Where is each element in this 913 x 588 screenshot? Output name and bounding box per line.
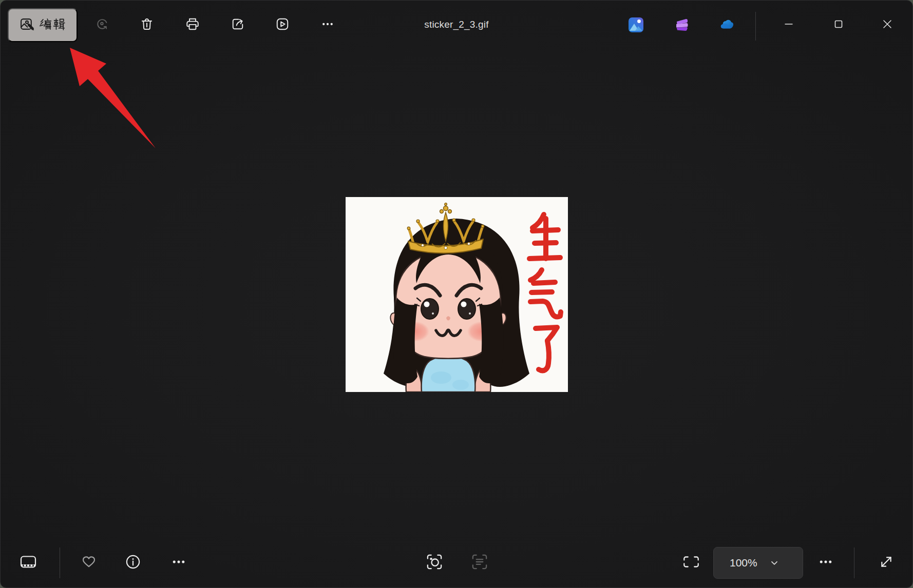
- fullscreen-icon: [879, 554, 894, 572]
- more-zoom-options-button[interactable]: [815, 553, 836, 573]
- title-bar: 编辑: [1, 1, 912, 47]
- visual-search-icon: [426, 554, 443, 572]
- more-tools-button[interactable]: [168, 553, 189, 573]
- titlebar-divider: [755, 12, 756, 41]
- more-options-icon: [171, 554, 186, 572]
- more-options-icon: [818, 554, 833, 572]
- photos-app-window: 编辑: [0, 0, 913, 588]
- file-title: sticker_2_3.gif: [1, 19, 912, 30]
- maximize-button[interactable]: [827, 13, 850, 37]
- bottombar-divider-right: [854, 547, 854, 578]
- info-icon: [125, 554, 141, 572]
- filmstrip-icon: [20, 554, 37, 572]
- photos-app-icon[interactable]: [628, 17, 644, 33]
- favorite-button[interactable]: [79, 553, 99, 573]
- zoom-level-value: 100%: [730, 557, 757, 569]
- fit-to-window-icon: [683, 554, 699, 572]
- maximize-icon: [833, 19, 844, 31]
- minimize-icon: [784, 19, 794, 31]
- close-icon: [882, 19, 892, 31]
- viewed-image[interactable]: 生气了: [346, 197, 568, 392]
- heart-icon: [81, 554, 97, 572]
- zoom-level-dropdown[interactable]: 100%: [713, 547, 803, 579]
- fit-to-window-button[interactable]: [681, 553, 701, 573]
- minimize-button[interactable]: [777, 13, 801, 37]
- text-extract-icon: [471, 554, 488, 572]
- clipchamp-app-icon[interactable]: [674, 17, 690, 33]
- bottombar-divider-left: [60, 547, 60, 578]
- sticker-illustration: [346, 197, 568, 392]
- onedrive-icon[interactable]: [719, 17, 735, 33]
- fullscreen-button[interactable]: [876, 553, 897, 573]
- info-button[interactable]: [123, 553, 143, 573]
- filmstrip-toggle-button[interactable]: [18, 553, 39, 573]
- text-actions-button[interactable]: [469, 553, 490, 573]
- chevron-down-icon: [770, 558, 779, 567]
- visual-search-button[interactable]: [424, 553, 445, 573]
- close-button[interactable]: [876, 13, 899, 37]
